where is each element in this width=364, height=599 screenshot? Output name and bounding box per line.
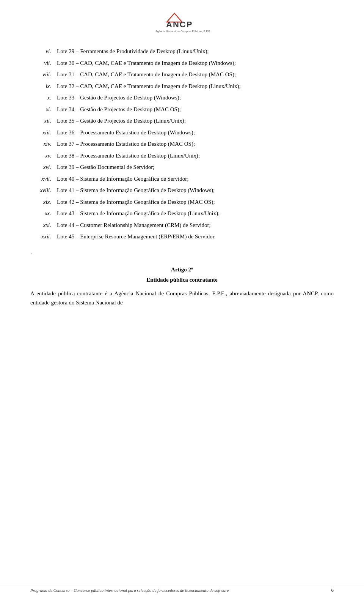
list-text: Lote 30 – CAD, CAM, CAE e Tratamento de … xyxy=(57,59,334,68)
list-item: viii. Lote 31 – CAD, CAM, CAE e Tratamen… xyxy=(30,70,334,79)
list-text: Lote 42 – Sistema de Informação Geográfi… xyxy=(57,198,334,206)
list-label: vii. xyxy=(30,59,57,68)
list-item: xiii. Lote 36 – Processamento Estatístic… xyxy=(30,128,334,137)
list-text: Lote 33 – Gestão de Projectos de Desktop… xyxy=(57,93,334,102)
logo-container: ANCP Agência Nacional de Compras Pública… xyxy=(152,11,212,36)
page-footer: Programa de Concurso – Concurso público … xyxy=(0,584,364,593)
list-item: xii. Lote 35 – Gestão de Projectos de De… xyxy=(30,117,334,125)
list-item: xxii. Lote 45 – Enterprise Resource Mana… xyxy=(30,232,334,241)
list-text: Lote 36 – Processamento Estatístico de D… xyxy=(57,128,334,137)
list-item: xiv. Lote 37 – Processamento Estatístico… xyxy=(30,140,334,148)
svg-text:ANCP: ANCP xyxy=(166,20,193,29)
list-text: Lote 35 – Gestão de Projectos de Desktop… xyxy=(57,117,334,125)
list-text: Lote 32 – CAD, CAM, CAE e Tratamento de … xyxy=(57,82,334,91)
list-label: xxi. xyxy=(30,221,57,230)
svg-text:Agência Nacional de Compras Pú: Agência Nacional de Compras Públicas, E.… xyxy=(155,30,211,33)
list-item: xi. Lote 34 – Gestão de Projectos de Des… xyxy=(30,105,334,114)
list-label: xiii. xyxy=(30,128,57,137)
list-text: Lote 43 – Sistema de Informação Geográfi… xyxy=(57,209,334,218)
list-label: xvii. xyxy=(30,175,57,183)
list-item: xix. Lote 42 – Sistema de Informação Geo… xyxy=(30,198,334,206)
list-label: xix. xyxy=(30,198,57,206)
list-label: xvi. xyxy=(30,163,57,172)
list-item: xvi. Lote 39 – Gestão Documental de Serv… xyxy=(30,163,334,172)
dot-separator: . xyxy=(30,249,334,255)
list-item: vii. Lote 30 – CAD, CAM, CAE e Tratament… xyxy=(30,59,334,68)
article-subheading: Entidade pública contratante xyxy=(30,277,334,283)
list-text: Lote 38 – Processamento Estatístico de D… xyxy=(57,151,334,160)
list-text: Lote 37 – Processamento Estatístico de D… xyxy=(57,140,334,148)
list-text: Lote 39 – Gestão Documental de Servidor; xyxy=(57,163,334,172)
list-label: x. xyxy=(30,93,57,102)
list-label: vi. xyxy=(30,47,57,56)
list-text: Lote 45 – Enterprise Resource Management… xyxy=(57,232,334,241)
list-item: xxi. Lote 44 – Customer Relationship Man… xyxy=(30,221,334,230)
list-text: Lote 40 – Sistema de Informação Geográfi… xyxy=(57,175,334,183)
list-label: xxii. xyxy=(30,232,57,241)
list-label: xii. xyxy=(30,117,57,125)
list-label: ix. xyxy=(30,82,57,91)
list-text: Lote 41 – Sistema de Informação Geográfi… xyxy=(57,186,334,195)
article-heading: Artigo 2º xyxy=(30,266,334,273)
page-number: 6 xyxy=(331,587,334,593)
list-text: Lote 29 – Ferramentas de Produtividade d… xyxy=(57,47,334,56)
ancp-logo: ANCP Agência Nacional de Compras Pública… xyxy=(152,11,212,34)
article-paragraph: A entidade pública contratante é a Agênc… xyxy=(30,289,334,307)
list-item: ix. Lote 32 – CAD, CAM, CAE e Tratamento… xyxy=(30,82,334,91)
list-text: Lote 44 – Customer Relationship Manageme… xyxy=(57,221,334,230)
list-label: xviii. xyxy=(30,186,57,195)
page-header: ANCP Agência Nacional de Compras Pública… xyxy=(30,11,334,36)
list-item: vi. Lote 29 – Ferramentas de Produtivida… xyxy=(30,47,334,56)
list-item: xv. Lote 38 – Processamento Estatístico … xyxy=(30,151,334,160)
list-label: xiv. xyxy=(30,140,57,148)
list-label: xx. xyxy=(30,209,57,218)
content-list: vi. Lote 29 – Ferramentas de Produtivida… xyxy=(30,47,334,241)
list-label: xi. xyxy=(30,105,57,114)
list-item: x. Lote 33 – Gestão de Projectos de Desk… xyxy=(30,93,334,102)
list-item: xviii. Lote 41 – Sistema de Informação G… xyxy=(30,186,334,195)
list-item: xvii. Lote 40 – Sistema de Informação Ge… xyxy=(30,175,334,183)
list-label: viii. xyxy=(30,70,57,79)
footer-text: Programa de Concurso – Concurso público … xyxy=(30,588,331,593)
page-wrapper: ANCP Agência Nacional de Compras Pública… xyxy=(0,0,364,334)
list-text: Lote 34 – Gestão de Projectos de Desktop… xyxy=(57,105,334,114)
list-item: xx. Lote 43 – Sistema de Informação Geog… xyxy=(30,209,334,218)
list-text: Lote 31 – CAD, CAM, CAE e Tratamento de … xyxy=(57,70,334,79)
list-label: xv. xyxy=(30,151,57,160)
